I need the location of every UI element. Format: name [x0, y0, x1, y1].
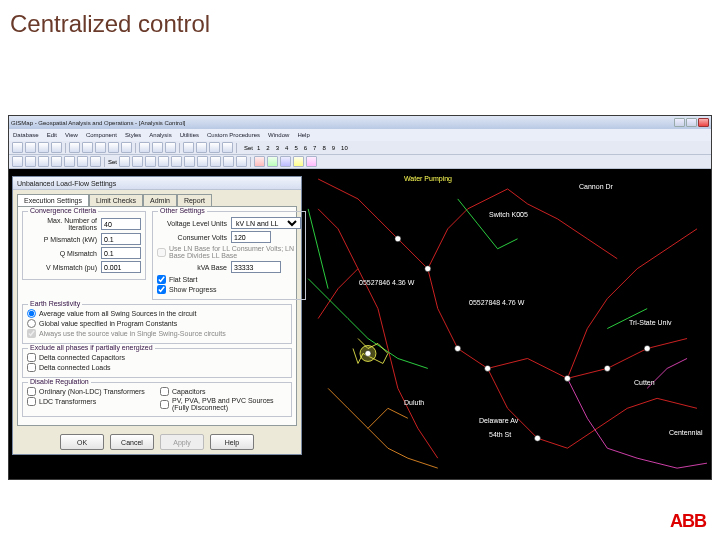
- toolbar-set-btn[interactable]: 5: [292, 145, 299, 151]
- menu-item[interactable]: Database: [13, 132, 39, 138]
- kva-base-input[interactable]: [231, 261, 281, 273]
- tab-admin[interactable]: Admin: [143, 194, 177, 206]
- apply-button[interactable]: Apply: [160, 434, 204, 450]
- menu-item[interactable]: Edit: [47, 132, 57, 138]
- tool-button[interactable]: [12, 142, 23, 153]
- tool-button[interactable]: [77, 156, 88, 167]
- group-label: Exclude all phases if partially energize…: [28, 344, 155, 351]
- tool-button[interactable]: [82, 142, 93, 153]
- earth-always-checkbox: [27, 329, 36, 338]
- disable-capacitors-checkbox[interactable]: [160, 387, 169, 396]
- toolbar-set-btn[interactable]: 4: [283, 145, 290, 151]
- tool-button[interactable]: [236, 156, 247, 167]
- tool-button[interactable]: [139, 142, 150, 153]
- svg-point-1: [425, 266, 431, 272]
- menu-item[interactable]: Custom Procedures: [207, 132, 260, 138]
- ok-button[interactable]: OK: [60, 434, 104, 450]
- tool-button[interactable]: [222, 142, 233, 153]
- menu-item[interactable]: Styles: [125, 132, 141, 138]
- consumer-volts-input[interactable]: [231, 231, 271, 243]
- tool-button[interactable]: [90, 156, 101, 167]
- v-mismatch-label: V Mismatch (pu): [27, 264, 97, 271]
- close-button[interactable]: [698, 118, 709, 127]
- tab-report[interactable]: Report: [177, 194, 212, 206]
- map-label-cannon: Cannon Dr: [579, 183, 613, 190]
- cancel-button[interactable]: Cancel: [110, 434, 154, 450]
- exclude-delta-load-checkbox[interactable]: [27, 363, 36, 372]
- voltage-units-label: Voltage Level Units: [157, 220, 227, 227]
- tool-button[interactable]: [293, 156, 304, 167]
- toolbar-set-btn[interactable]: 6: [302, 145, 309, 151]
- exclude-delta-cap-checkbox[interactable]: [27, 353, 36, 362]
- p-mismatch-input[interactable]: [101, 233, 141, 245]
- disable-ordinary-checkbox[interactable]: [27, 387, 36, 396]
- q-mismatch-input[interactable]: [101, 247, 141, 259]
- v-mismatch-input[interactable]: [101, 261, 141, 273]
- tool-button[interactable]: [132, 156, 143, 167]
- max-iter-input[interactable]: [101, 218, 141, 230]
- tool-button[interactable]: [12, 156, 23, 167]
- menu-item[interactable]: Window: [268, 132, 289, 138]
- earth-avg-radio[interactable]: [27, 309, 36, 318]
- toolbar-separator: [179, 143, 180, 153]
- tool-button[interactable]: [165, 142, 176, 153]
- brand-logo: ABB: [670, 511, 706, 532]
- tab-execution-settings[interactable]: Execution Settings: [17, 194, 89, 206]
- tool-button[interactable]: [25, 156, 36, 167]
- tool-button[interactable]: [145, 156, 156, 167]
- group-disable-regulation: Disable Regulation Ordinary (Non-LDC) Tr…: [22, 382, 292, 417]
- toolbar-set-btn[interactable]: 10: [339, 145, 350, 151]
- tool-button[interactable]: [108, 142, 119, 153]
- tool-button[interactable]: [267, 156, 278, 167]
- menu-item[interactable]: Component: [86, 132, 117, 138]
- tool-button[interactable]: [25, 142, 36, 153]
- tool-button[interactable]: [64, 156, 75, 167]
- menu-item[interactable]: Analysis: [149, 132, 171, 138]
- flat-start-checkbox[interactable]: [157, 275, 166, 284]
- disable-pv-label: PV, PVA, PVB and PVC Sources (Fully Disc…: [172, 397, 287, 411]
- tool-button[interactable]: [184, 156, 195, 167]
- toolbar-separator: [250, 157, 251, 167]
- slide-title: Centralized control: [10, 10, 210, 38]
- menu-item[interactable]: Utilities: [180, 132, 199, 138]
- show-progress-checkbox[interactable]: [157, 285, 166, 294]
- tool-button[interactable]: [171, 156, 182, 167]
- tool-button[interactable]: [51, 142, 62, 153]
- disable-pv-checkbox[interactable]: [160, 400, 169, 409]
- tool-button[interactable]: [95, 142, 106, 153]
- tool-button[interactable]: [280, 156, 291, 167]
- toolbar-set-btn[interactable]: 7: [311, 145, 318, 151]
- tool-button[interactable]: [38, 142, 49, 153]
- help-button[interactable]: Help: [210, 434, 254, 450]
- tool-button[interactable]: [197, 156, 208, 167]
- tool-button[interactable]: [209, 142, 220, 153]
- tab-limit-checks[interactable]: Limit Checks: [89, 194, 143, 206]
- tool-button[interactable]: [158, 156, 169, 167]
- tool-button[interactable]: [121, 142, 132, 153]
- toolbar-set-btn[interactable]: 9: [330, 145, 337, 151]
- tool-button[interactable]: [183, 142, 194, 153]
- tool-button[interactable]: [69, 142, 80, 153]
- tool-button[interactable]: [196, 142, 207, 153]
- toolbar-set-btn[interactable]: 1: [255, 145, 262, 151]
- toolbar-set-btn[interactable]: 8: [320, 145, 327, 151]
- tool-button[interactable]: [210, 156, 221, 167]
- toolbar-set-label: Set: [244, 145, 253, 151]
- voltage-units-select[interactable]: kV LN and LL: [231, 217, 301, 229]
- menu-item[interactable]: Help: [297, 132, 309, 138]
- tool-button[interactable]: [51, 156, 62, 167]
- tool-button[interactable]: [306, 156, 317, 167]
- toolbar-set-btn[interactable]: 3: [274, 145, 281, 151]
- disable-ldc-checkbox[interactable]: [27, 397, 36, 406]
- minimize-button[interactable]: [674, 118, 685, 127]
- tool-button[interactable]: [152, 142, 163, 153]
- tool-button[interactable]: [254, 156, 265, 167]
- maximize-button[interactable]: [686, 118, 697, 127]
- tool-button[interactable]: [119, 156, 130, 167]
- toolbar-set-btn[interactable]: 2: [264, 145, 271, 151]
- tool-button[interactable]: [38, 156, 49, 167]
- earth-global-radio[interactable]: [27, 319, 36, 328]
- tool-button[interactable]: [223, 156, 234, 167]
- svg-point-5: [395, 236, 401, 242]
- menu-item[interactable]: View: [65, 132, 78, 138]
